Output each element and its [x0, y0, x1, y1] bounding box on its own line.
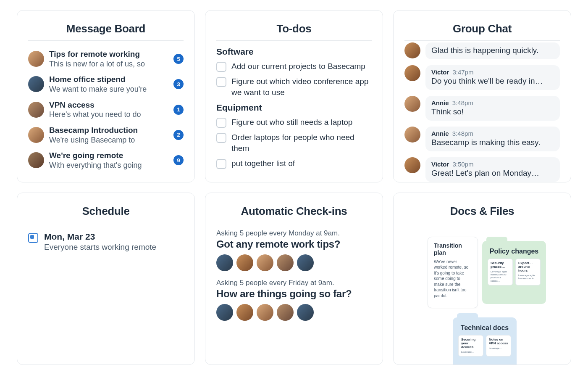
- divider: [404, 40, 560, 41]
- chat-body: Do you think we'll be ready in…: [431, 77, 554, 86]
- chat-message[interactable]: Victor 3:47pm Do you think we'll be read…: [404, 65, 560, 90]
- mini-doc-title: Securing your devices: [461, 338, 480, 349]
- schedule-text: Mon, Mar 23 Everyone starts working remo…: [44, 232, 156, 253]
- checkins-card[interactable]: Automatic Check-ins Asking 5 people ever…: [205, 193, 383, 365]
- chat-message[interactable]: Glad this is happening quickly.: [404, 42, 560, 59]
- schedule-event[interactable]: Mon, Mar 23 Everyone starts working remo…: [28, 229, 184, 253]
- message-list: Tips for remote working This is new for …: [28, 47, 184, 173]
- avatar[interactable]: [257, 254, 273, 271]
- schedule-card[interactable]: Schedule Mon, Mar 23 Everyone starts wor…: [17, 193, 195, 365]
- chat-message[interactable]: Victor 3:50pm Great! Let's plan on Monda…: [404, 157, 560, 182]
- chat-meta: Victor 3:47pm: [431, 69, 554, 76]
- message-board-card[interactable]: Message Board Tips for remote working Th…: [17, 10, 195, 182]
- divider: [28, 223, 184, 223]
- chat-meta: Annie 3:48pm: [431, 99, 554, 106]
- schedule-date: Mon, Mar 23: [44, 232, 156, 242]
- avatar[interactable]: [216, 254, 233, 271]
- card-title: Schedule: [28, 205, 184, 218]
- todo-text: Figure out which video conference app we…: [231, 76, 372, 98]
- todo-item[interactable]: Figure out which video conference app we…: [216, 74, 372, 100]
- message-title: Tips for remote working: [49, 49, 168, 59]
- message-item[interactable]: Home office stipend We want to make sure…: [28, 72, 184, 97]
- checkin-question: How are things going so far?: [216, 288, 372, 300]
- avatar-row: [216, 304, 372, 321]
- chat-bubble: Victor 3:47pm Do you think we'll be read…: [425, 65, 560, 90]
- chat-bubble: Victor 3:50pm Great! Let's plan on Monda…: [425, 157, 560, 182]
- checkin-item[interactable]: Asking 5 people every Friday at 9am. How…: [216, 279, 372, 321]
- chat-message[interactable]: Annie 3:48pm Basecamp is making this eas…: [404, 127, 560, 151]
- todo-group: Software Add our current projects to Bas…: [216, 47, 372, 100]
- chat-time: 3:48pm: [452, 99, 473, 106]
- message-item[interactable]: Tips for remote working This is new for …: [28, 47, 184, 72]
- todo-item[interactable]: Figure out who still needs a laptop: [216, 115, 372, 130]
- card-title: To-dos: [216, 22, 372, 35]
- message-item[interactable]: We're going remote With everything that'…: [28, 148, 184, 173]
- avatar-row: [216, 254, 372, 271]
- checkbox-icon[interactable]: [216, 133, 226, 143]
- mini-doc: Securing your devices Leverage…: [458, 335, 483, 357]
- avatar[interactable]: [216, 304, 233, 321]
- chat-author: Annie: [431, 130, 449, 137]
- avatar: [28, 76, 44, 92]
- message-preview: We want to make sure you're: [49, 85, 168, 94]
- avatar[interactable]: [236, 304, 253, 321]
- todo-group-title[interactable]: Software: [216, 47, 372, 57]
- avatar[interactable]: [297, 304, 314, 321]
- todo-text: Order laptops for people who need them: [231, 132, 372, 153]
- avatar[interactable]: [236, 254, 253, 271]
- avatar: [28, 51, 44, 67]
- avatar[interactable]: [277, 304, 294, 321]
- docs-files-card[interactable]: Docs & Files Transition plan We've never…: [393, 193, 571, 365]
- message-item[interactable]: VPN access Here's what you need to do 1: [28, 98, 184, 123]
- todo-item[interactable]: put together list of: [216, 156, 372, 172]
- checkbox-icon[interactable]: [216, 77, 226, 87]
- message-preview: With everything that's going: [49, 161, 168, 170]
- avatar[interactable]: [257, 304, 273, 321]
- avatar: [404, 96, 420, 112]
- todo-group-title[interactable]: Equipment: [216, 103, 372, 113]
- todo-group: Equipment Figure out who still needs a l…: [216, 103, 372, 171]
- unread-badge: 1: [173, 105, 184, 115]
- chat-message[interactable]: Annie 3:48pm Think so!: [404, 96, 560, 121]
- folder-thumbnail[interactable]: Technical docs Securing your devices Lev…: [453, 317, 517, 365]
- checkin-item[interactable]: Asking 5 people every Monday at 9am. Got…: [216, 229, 372, 271]
- todo-item[interactable]: Add our current projects to Basecamp: [216, 59, 372, 74]
- checkbox-icon[interactable]: [216, 118, 226, 128]
- message-text: VPN access Here's what you need to do: [49, 100, 168, 119]
- chat-body: Think so!: [431, 107, 554, 116]
- chat-time: 3:47pm: [452, 69, 473, 76]
- todo-item[interactable]: Order laptops for people who need them: [216, 130, 372, 156]
- card-grid: Message Board Tips for remote working Th…: [0, 0, 588, 375]
- doc-thumbnail[interactable]: Transition plan We've never worked remot…: [428, 237, 478, 308]
- doc-body: We've never worked remote, so it's going…: [434, 259, 472, 299]
- message-preview: This is new for a lot of us, so: [49, 59, 168, 69]
- message-title: VPN access: [49, 100, 168, 110]
- folder-title: Technical docs: [457, 324, 512, 332]
- message-title: Home office stipend: [49, 74, 168, 85]
- avatar[interactable]: [277, 254, 294, 271]
- folder-thumbnail[interactable]: Policy changes Security practic… Leverag…: [482, 241, 546, 304]
- chat-author: Annie: [431, 99, 449, 106]
- doc-title: Transition plan: [434, 242, 472, 256]
- unread-badge: 9: [173, 155, 184, 165]
- card-title: Automatic Check-ins: [216, 205, 372, 218]
- avatar[interactable]: [297, 254, 314, 271]
- checkbox-icon[interactable]: [216, 62, 226, 72]
- todos-card[interactable]: To-dos Software Add our current projects…: [205, 10, 383, 182]
- chat-bubble: Annie 3:48pm Think so!: [425, 96, 560, 121]
- divider: [216, 223, 372, 223]
- message-item[interactable]: Basecamp Introduction We're using Baseca…: [28, 123, 184, 148]
- folder-title: Policy changes: [486, 248, 542, 255]
- unread-badge: 2: [173, 130, 184, 140]
- chat-author: Victor: [431, 69, 449, 76]
- checkin-question: Got any remote work tips?: [216, 238, 372, 250]
- card-title: Message Board: [28, 22, 184, 35]
- avatar: [404, 65, 420, 81]
- checkbox-icon[interactable]: [216, 159, 226, 169]
- group-chat-card[interactable]: Group Chat Glad this is happening quickl…: [393, 10, 571, 182]
- chat-bubble: Glad this is happening quickly.: [425, 42, 560, 59]
- avatar: [28, 152, 44, 168]
- divider: [404, 223, 560, 223]
- chat-body: Glad this is happening quickly.: [431, 46, 554, 55]
- mini-doc-title: Notes on VPN access: [489, 338, 508, 346]
